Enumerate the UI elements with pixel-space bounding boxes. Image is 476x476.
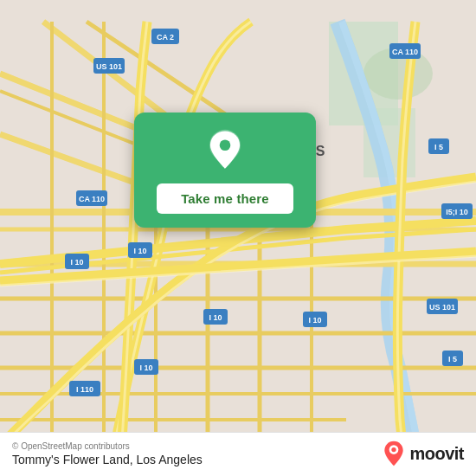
svg-text:I 10: I 10 [133, 247, 146, 255]
svg-point-56 [392, 447, 396, 452]
moovit-logo: moovit [382, 440, 464, 467]
svg-text:S: S [316, 144, 325, 158]
svg-point-54 [220, 140, 231, 151]
svg-text:CA 110: CA 110 [392, 48, 418, 56]
take-me-there-button[interactable]: Take me there [157, 183, 293, 214]
svg-text:I 5: I 5 [434, 143, 443, 151]
svg-text:I 10: I 10 [209, 313, 222, 322]
svg-text:US 101: US 101 [429, 303, 455, 312]
location-name: Tommy's Flower Land, Los Angeles [12, 453, 203, 466]
svg-text:I 10: I 10 [139, 363, 152, 372]
moovit-text: moovit [409, 444, 464, 464]
map-container: CA 2 US 101 CA 110 CA 110 I 10 I 10 I 10… [0, 0, 476, 476]
map-background: CA 2 US 101 CA 110 CA 110 I 10 I 10 I 10… [0, 0, 476, 476]
location-card: Take me there [134, 113, 316, 228]
svg-text:I 10: I 10 [308, 316, 321, 325]
svg-text:I 110: I 110 [76, 385, 93, 394]
svg-text:US 101: US 101 [96, 62, 122, 71]
bottom-left: © OpenStreetMap contributors Tommy's Flo… [12, 441, 203, 466]
svg-text:I5;I 10: I5;I 10 [446, 208, 468, 216]
svg-text:CA 2: CA 2 [157, 33, 174, 42]
location-pin-icon [202, 128, 248, 175]
svg-text:CA 110: CA 110 [79, 195, 105, 203]
svg-text:I 10: I 10 [70, 258, 83, 267]
moovit-pin-icon [382, 440, 406, 467]
svg-text:I 5: I 5 [448, 355, 457, 363]
bottom-bar: © OpenStreetMap contributors Tommy's Flo… [0, 432, 476, 476]
copyright-text: © OpenStreetMap contributors [12, 441, 203, 451]
